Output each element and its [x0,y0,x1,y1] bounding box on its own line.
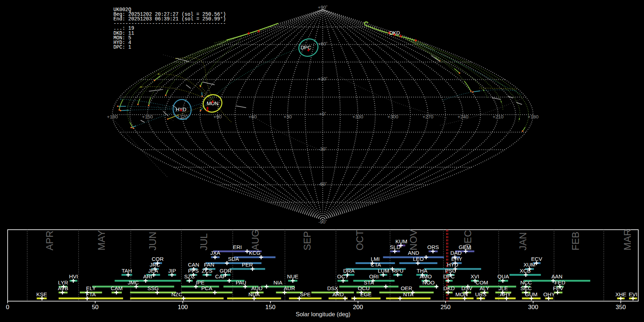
svg-text:JMC: JMC [128,279,139,286]
svg-text:+60: +60 [249,114,257,119]
svg-text:SSG: SSG [147,285,159,291]
svg-text:COM: COM [475,279,488,286]
svg-text:-60˚: -60˚ [318,181,327,187]
svg-text:MAR: MAR [622,229,633,250]
svg-text:JUN: JUN [147,232,158,251]
svg-text:ARI: ARI [143,273,152,279]
svg-text:XUM: XUM [523,262,535,268]
svg-text:AAN: AAN [551,273,562,279]
svg-text:JIP: JIP [168,268,176,274]
svg-text:+90˚: +90˚ [318,5,327,10]
svg-text:+210: +210 [493,114,503,119]
svg-text:XHE: XHE [615,291,626,297]
svg-text:ORS: ORS [427,244,439,250]
svg-text:ALY: ALY [479,285,489,291]
svg-text:+0˚: +0˚ [319,111,326,117]
svg-text:JEA: JEA [148,268,158,274]
svg-text:NOV: NOV [408,229,419,250]
svg-text:SLD: SLD [390,244,400,250]
svg-text:0: 0 [6,304,9,311]
svg-text:EGE: EGE [360,291,372,297]
svg-text:CTA: CTA [371,262,381,268]
svg-text:MON: MON [455,291,468,297]
svg-text:TAH: TAH [122,268,132,274]
svg-text:AMO: AMO [420,273,432,279]
svg-text:DPC: DPC [301,45,311,50]
svg-text:DKD: DKD [443,285,455,291]
svg-text:KSE: KSE [36,291,47,297]
svg-text:+60˚: +60˚ [318,41,327,47]
svg-text:SPE: SPE [300,291,311,297]
svg-text:IPE: IPE [196,279,204,286]
svg-text:EHY: EHY [451,256,462,262]
svg-text:-30˚: -30˚ [318,146,327,152]
svg-text:RPU: RPU [392,268,404,274]
svg-text:HYD: HYD [447,262,458,268]
svg-text:KCG: KCG [249,250,261,256]
svg-text:COR: COR [152,256,164,262]
svg-text:+300: +300 [387,114,398,119]
svg-text:PSU: PSU [445,268,456,274]
svg-text:PAU: PAU [236,279,247,286]
svg-text:AVB: AVB [58,285,68,291]
svg-text:OCT: OCT [355,230,365,250]
svg-text:XCB: XCB [519,268,531,274]
svg-text:DPC: 1: DPC: 1 [113,45,131,50]
svg-text:NOO: NOO [423,279,435,286]
svg-text:AND: AND [408,250,419,256]
svg-text:Solar longitude (deg): Solar longitude (deg) [296,311,350,317]
svg-text:FAN: FAN [204,262,214,268]
svg-text:SCC: SCC [521,285,532,291]
svg-text:+180: +180 [528,114,538,119]
svg-text:HVI: HVI [69,273,78,279]
svg-text:ELY: ELY [86,285,96,291]
svg-text:FEV: FEV [553,285,563,291]
svg-text:OCU: OCU [358,285,370,291]
svg-text:NCC: NCC [520,279,532,286]
svg-text:ZCS: ZCS [202,268,213,274]
svg-text:CAN: CAN [188,262,199,268]
svg-text:+150: +150 [142,114,153,119]
svg-text:FEB: FEB [570,231,581,250]
svg-text:350: 350 [616,304,626,311]
svg-text:URS: URS [475,291,487,297]
svg-text:SZC: SZC [184,273,195,279]
svg-text:APR: APR [44,230,55,250]
svg-text:+330: +330 [352,114,363,119]
svg-text:JRC: JRC [150,262,160,268]
svg-text:OCT: OCT [337,273,348,279]
svg-text:LYR: LYR [58,279,68,286]
svg-text:AHY: AHY [500,291,511,297]
svg-text:JLE: JLE [499,285,508,291]
svg-text:NZC: NZC [171,291,182,297]
svg-text:LUM: LUM [378,268,389,274]
svg-text:NDA: NDA [248,291,260,297]
svg-text:GDR: GDR [220,268,232,274]
svg-text:+270: +270 [423,114,433,119]
svg-text:FED: FED [555,279,565,286]
svg-text:CAM: CAM [111,285,122,291]
svg-text:PCA: PCA [201,285,213,291]
svg-text:ARD: ARD [332,291,344,297]
svg-text:LEO: LEO [413,256,424,262]
svg-text:STA: STA [364,279,374,286]
svg-text:+180: +180 [107,114,118,119]
svg-text:GEM: GEM [459,244,471,250]
svg-text:+30˚: +30˚ [318,76,327,82]
svg-text:250: 250 [440,304,450,311]
svg-text:LMI: LMI [371,256,380,262]
svg-text:FTA: FTA [86,291,96,297]
svg-text:PPS: PPS [188,268,199,274]
svg-text:THA: THA [417,268,428,274]
svg-text:200: 200 [353,304,363,311]
svg-text:+30: +30 [284,114,292,119]
svg-text:GUM: GUM [525,291,537,297]
svg-text:ERI: ERI [233,244,242,250]
svg-text:MAY: MAY [96,230,107,250]
svg-text:+90: +90 [214,114,222,119]
svg-text:SEP: SEP [302,231,313,250]
svg-text:DSX: DSX [327,285,338,291]
svg-text:JUL: JUL [199,233,209,250]
svg-text:150: 150 [265,304,275,311]
svg-text:SDA: SDA [228,256,239,262]
